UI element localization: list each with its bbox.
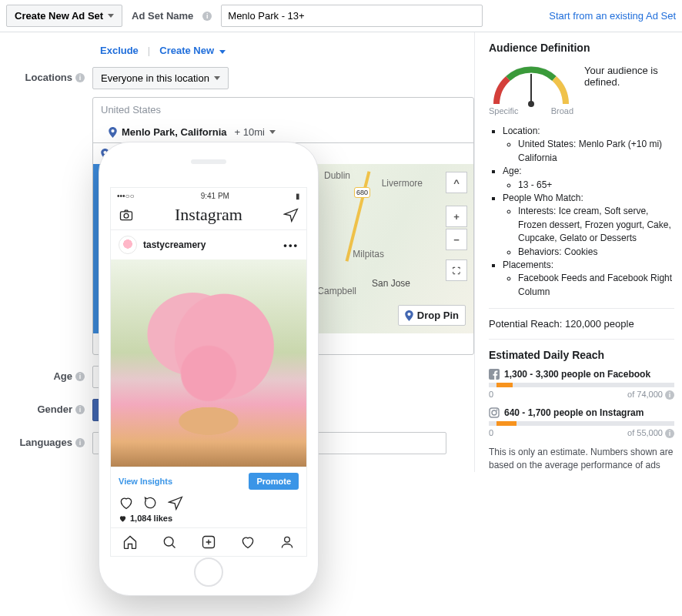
reach-disclaimer: This is only an estimate. Numbers shown … [489, 446, 674, 472]
map-fullscreen-button[interactable]: ⛶ [446, 259, 467, 281]
comment-icon[interactable] [143, 495, 159, 511]
svg-marker-8 [285, 209, 298, 222]
more-icon[interactable]: ••• [283, 239, 299, 251]
audience-defined-text: Your audience is defined. [584, 62, 674, 88]
send-icon[interactable] [283, 207, 299, 223]
pin-icon [109, 127, 117, 138]
audience-list: Location: United States: Menlo Park (+10… [489, 125, 674, 299]
info-icon: i [75, 405, 85, 414]
battery-icon: ▮ [296, 192, 300, 200]
ad-set-name-input[interactable] [221, 5, 483, 27]
svg-rect-3 [490, 408, 499, 417]
map-collapse-button[interactable]: ^ [446, 172, 467, 193]
info-icon: i [75, 372, 85, 381]
exclude-row: Exclude | Create New [100, 45, 474, 56]
home-icon[interactable] [122, 534, 138, 550]
profile-icon[interactable] [279, 534, 295, 550]
map-zoom-in-button[interactable]: + [446, 206, 467, 227]
create-ad-set-label: Create New Ad Set [15, 10, 103, 22]
home-button[interactable] [194, 557, 223, 587]
location-scope-dropdown[interactable]: Everyone in this location [92, 67, 229, 89]
phone-screen: •••○○ 9:41 PM ▮ Instagram tastycreamery … [110, 187, 307, 557]
start-from-existing-link[interactable]: Start from an existing Ad Set [549, 10, 676, 22]
ig-photo[interactable] [111, 259, 306, 467]
ig-actions: View Insights Promote [111, 467, 306, 495]
audience-heading: Audience Definition [489, 42, 674, 54]
exclude-link[interactable]: Exclude [100, 45, 139, 56]
map-city-livermore: Livermore [382, 178, 423, 189]
status-time: 9:41 PM [201, 192, 229, 200]
ig-tabbar [111, 527, 306, 556]
svg-point-10 [165, 537, 174, 546]
add-post-icon[interactable] [201, 534, 216, 550]
reach-fb-bar [489, 383, 674, 387]
gender-label: Genderi [0, 399, 92, 415]
signal-icon: •••○○ [117, 192, 135, 200]
svg-point-5 [496, 410, 498, 411]
languages-label: Languagesi [0, 432, 92, 448]
caret-down-icon [214, 76, 220, 80]
reach-fb: 1,300 - 3,300 people on Facebook 0of 74,… [489, 369, 674, 400]
view-insights-link[interactable]: View Insights [119, 477, 172, 486]
avatar[interactable] [119, 236, 137, 254]
caret-down-icon [269, 130, 276, 134]
ig-user-row: tastycreamery ••• [111, 230, 306, 259]
info-icon: i [75, 438, 85, 447]
ig-header: Instagram [111, 202, 306, 230]
instagram-logo: Instagram [175, 205, 242, 225]
location-item[interactable]: Menlo Park, California + 10mi [93, 122, 473, 142]
map-zoom-out-button[interactable]: − [446, 229, 467, 250]
info-icon: i [665, 429, 674, 438]
camera-icon[interactable] [119, 207, 134, 223]
info-icon: i [75, 73, 85, 82]
locations-label: Locationsi [0, 67, 92, 83]
reach-ig: 640 - 1,700 people on Instagram 0of 55,0… [489, 407, 674, 438]
svg-marker-9 [169, 497, 182, 510]
potential-reach: Potential Reach: 120,000 people [489, 318, 674, 330]
heart-icon[interactable] [240, 534, 256, 550]
map-road-label: 680 [354, 187, 370, 198]
reach-heading: Estimated Daily Reach [489, 349, 674, 361]
drop-pin-button[interactable]: Drop Pin [398, 305, 466, 326]
instagram-icon [489, 407, 500, 418]
map-city-dublin: Dublin [324, 170, 350, 181]
map-city-campbell: Campbell [317, 286, 356, 296]
caret-down-icon [219, 50, 226, 54]
status-bar: •••○○ 9:41 PM ▮ [111, 188, 306, 202]
create-ad-set-button[interactable]: Create New Ad Set [6, 5, 122, 27]
right-panel: Audience Definition Specific Broad [474, 32, 682, 472]
reach-ig-bar [489, 421, 674, 426]
facebook-icon [489, 369, 500, 380]
svg-point-4 [492, 410, 496, 415]
map-city-sanjose: San Jose [372, 278, 410, 289]
ig-username[interactable]: tastycreamery [143, 239, 206, 250]
map-city-milpitas: Milpitas [353, 249, 384, 259]
ig-icon-row [111, 495, 306, 514]
age-label: Agei [0, 366, 92, 382]
create-new-link[interactable]: Create New [159, 45, 225, 56]
heart-icon[interactable] [119, 495, 134, 511]
svg-rect-6 [121, 212, 132, 220]
phone-mock: •••○○ 9:41 PM ▮ Instagram tastycreamery … [99, 142, 319, 596]
svg-point-12 [284, 537, 289, 542]
ig-likes[interactable]: 1,084 likes [111, 514, 306, 527]
caret-down-icon [108, 14, 114, 18]
heart-filled-icon [119, 514, 127, 523]
topbar: Create New Ad Set Ad Set Name i Start fr… [0, 0, 682, 32]
search-icon[interactable] [162, 534, 177, 550]
svg-point-7 [124, 213, 129, 218]
audience-gauge [489, 62, 573, 108]
info-icon: i [665, 390, 674, 400]
send-icon[interactable] [168, 495, 183, 511]
info-icon: i [202, 12, 212, 21]
pin-icon [405, 310, 413, 321]
promote-button[interactable]: Promote [249, 473, 299, 490]
location-country: United States [93, 98, 473, 122]
svg-point-1 [528, 101, 534, 107]
location-radius[interactable]: + 10mi [235, 126, 265, 138]
ad-set-name-label: Ad Set Name [132, 10, 193, 22]
